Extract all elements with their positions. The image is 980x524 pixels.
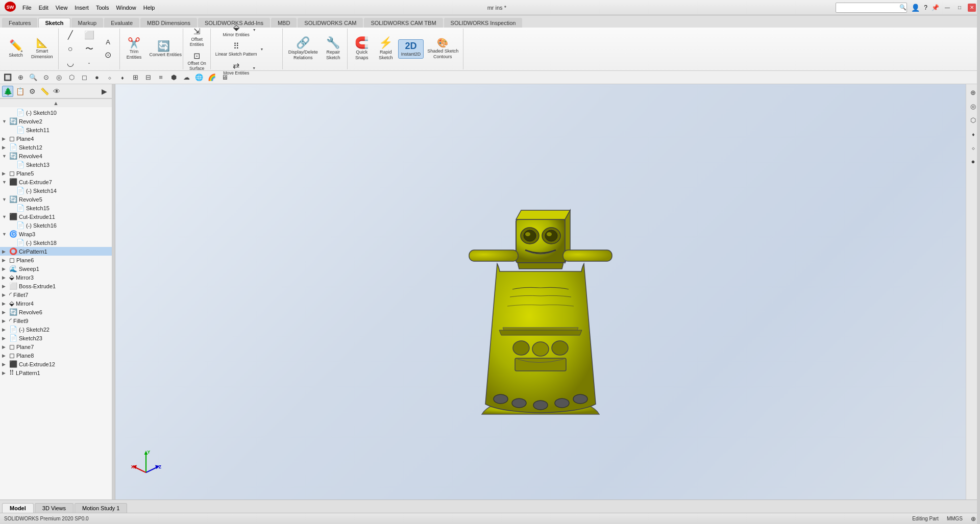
screen-button[interactable]: 🖥	[219, 72, 230, 83]
text-button[interactable]: A	[99, 37, 117, 48]
tab-markup[interactable]: Markup	[71, 18, 104, 28]
tree-item-plane4[interactable]: ▶ ◻ Plane4	[0, 134, 112, 143]
view2-button[interactable]: ⊙	[40, 72, 52, 83]
search-input[interactable]	[838, 5, 899, 10]
tree-item-revolve6[interactable]: ▶ 🔄 Revolve6	[0, 308, 112, 316]
menu-edit[interactable]: Edit	[36, 4, 52, 12]
tree-item-sketch23[interactable]: ▶ 📄 Sketch23	[0, 334, 112, 342]
viewport[interactable]: Y Z X	[115, 84, 966, 500]
move-dropdown[interactable]: ▼	[252, 66, 256, 70]
repair-sketch-button[interactable]: 🔧 RepairSketch	[322, 35, 345, 63]
titlebar-menu[interactable]: File Edit View Insert Tools Window Help	[19, 4, 158, 12]
tree-item-mirror3[interactable]: ▶ ⬙ Mirror3	[0, 273, 112, 282]
rapid-sketch-button[interactable]: ⚡ RapidSketch	[374, 35, 398, 63]
tree-item-cirpattern1[interactable]: ▶ ⭕ CirPattern1	[0, 247, 112, 256]
help-icon[interactable]: ?	[924, 4, 927, 11]
tree-item-cut-extrude7[interactable]: ▼ ⬛ Cut-Extrude7	[0, 178, 112, 186]
view10-button[interactable]: ⊟	[142, 72, 154, 83]
trim-entities-button[interactable]: ✂️ TrimEntities	[122, 36, 146, 62]
tree-item-sketch18[interactable]: 📄 (-) Sketch18	[0, 238, 112, 247]
menu-window[interactable]: Window	[113, 4, 139, 12]
config-manager-icon[interactable]: ⚙	[27, 86, 38, 97]
tree-item-sketch14[interactable]: 📄 (-) Sketch14	[0, 186, 112, 195]
spline-button[interactable]: 〜	[80, 42, 99, 55]
tab-motion-study[interactable]: Motion Study 1	[75, 503, 127, 513]
arc-button[interactable]: ◡	[61, 57, 80, 69]
circle-button[interactable]: ○	[61, 42, 80, 55]
minimize-button[interactable]: —	[943, 4, 951, 12]
tree-item-plane6[interactable]: ▶ ◻ Plane6	[0, 256, 112, 264]
menu-tools[interactable]: Tools	[93, 4, 112, 12]
tree-item-revolve2[interactable]: ▼ 🔄 Revolve2	[0, 117, 112, 126]
tree-item-cut-extrude12[interactable]: ▶ ⬛ Cut-Extrude12	[0, 360, 112, 368]
tree-item-plane5[interactable]: ▶ ◻ Plane5	[0, 169, 112, 178]
tree-item-mirror4[interactable]: ▶ ⬙ Mirror4	[0, 299, 112, 308]
tab-evaluate[interactable]: Evaluate	[104, 18, 139, 28]
mirror-entities-button[interactable]: ⬙ Mirror Entities	[220, 21, 251, 39]
tab-solidworks-cam-tbm[interactable]: SOLIDWORKS CAM TBM	[364, 18, 443, 28]
tree-item-sketch15[interactable]: 📄 Sketch15	[0, 204, 112, 212]
construction-button[interactable]: ⊙	[99, 48, 117, 61]
linear-pattern-dropdown[interactable]: ▼	[260, 47, 264, 51]
tree-scroll-up[interactable]: ▲	[0, 98, 112, 107]
menu-help[interactable]: Help	[140, 4, 158, 12]
smart-dimension-button[interactable]: 📐 SmartDimension	[28, 36, 56, 62]
menu-file[interactable]: File	[19, 4, 35, 12]
sketch-button[interactable]: ✏️ Sketch	[4, 38, 28, 60]
color-button[interactable]: 🌈	[206, 72, 217, 83]
expand-icon[interactable]: ▶	[99, 86, 110, 97]
display-relations-button[interactable]: 🔗 Display/DeleteRelations	[285, 35, 321, 63]
maximize-button[interactable]: □	[955, 4, 964, 12]
tab-mbd[interactable]: MBD	[271, 18, 297, 28]
property-manager-icon[interactable]: 📋	[14, 86, 26, 97]
mirror-dropdown-arrow[interactable]: ▼	[253, 28, 256, 32]
linear-pattern-button[interactable]: ⠿ Linear Sketch Pattern	[213, 40, 259, 58]
quick-snaps-button[interactable]: 🧲 QuickSnaps	[350, 35, 374, 63]
tree-item-sketch10[interactable]: 📄 (-) Sketch10	[0, 108, 112, 117]
tree-item-plane7[interactable]: ▶ ◻ Plane7	[0, 342, 112, 351]
tab-sketch[interactable]: Sketch	[38, 18, 70, 28]
tree-item-fillet9[interactable]: ▶ ◜ Fillet9	[0, 316, 112, 325]
tree-item-wrap3[interactable]: ▼ 🌀 Wrap3	[0, 230, 112, 238]
view9-button[interactable]: ⊞	[130, 72, 141, 83]
tab-solidworks-cam[interactable]: SOLIDWORKS CAM	[298, 18, 363, 28]
rect-button[interactable]: ⬜	[80, 29, 99, 41]
instant2d-button[interactable]: 2D Instant2D	[398, 39, 424, 59]
offset-entities-button[interactable]: ⇲ OffsetEntities	[188, 25, 206, 48]
tree-item-revolve5[interactable]: ▼ 🔄 Revolve5	[0, 195, 112, 204]
view13-button[interactable]: ☁	[181, 72, 192, 83]
tree-item-boss-extrude1[interactable]: ▶ ⬜ Boss-Extrude1	[0, 282, 112, 290]
tree-item-revolve4[interactable]: ▼ 🔄 Revolve4	[0, 152, 112, 160]
filter-button[interactable]: 🔲	[2, 72, 13, 83]
tree-item-sketch22[interactable]: ▶ 📄 (-) Sketch22	[0, 325, 112, 334]
display-manager-icon[interactable]: 👁	[51, 86, 62, 97]
point-button[interactable]: ·	[80, 57, 99, 69]
convert-entities-button[interactable]: 🔄 Convert Entities	[146, 39, 181, 60]
view3-button[interactable]: ◎	[53, 72, 64, 83]
tree-item-sketch13[interactable]: 📄 Sketch13	[0, 160, 112, 169]
menu-view[interactable]: View	[53, 4, 71, 12]
tree-item-sketch11[interactable]: 📄 Sketch11	[0, 126, 112, 134]
filter2-button[interactable]: ⊕	[15, 72, 26, 83]
tab-model[interactable]: Model	[2, 503, 34, 513]
feature-tree-icon[interactable]: 🌲	[2, 86, 13, 97]
view7-button[interactable]: ⬦	[104, 72, 115, 83]
view14-button[interactable]: 🌐	[193, 72, 205, 83]
search-box[interactable]: 🔍	[836, 3, 907, 13]
pin-icon[interactable]: 📌	[932, 4, 939, 11]
tab-3dviews[interactable]: 3D Views	[35, 503, 74, 513]
tree-item-sketch16[interactable]: 📄 (-) Sketch16	[0, 221, 112, 230]
tree-item-cut-extrude11[interactable]: ▼ ⬛ Cut-Extrude11	[0, 212, 112, 221]
view8-button[interactable]: ⬧	[117, 72, 128, 83]
view5-button[interactable]: ◻	[79, 72, 90, 83]
tab-solidworks-inspection[interactable]: SOLIDWORKS Inspection	[444, 18, 523, 28]
menu-insert[interactable]: Insert	[71, 4, 92, 12]
close-button[interactable]: ✕	[968, 4, 976, 12]
tree-item-fillet7[interactable]: ▶ ◜ Fillet7	[0, 290, 112, 299]
view4-button[interactable]: ⬡	[66, 72, 77, 83]
line-button[interactable]: ╱	[61, 29, 80, 41]
tree-item-lpattern1[interactable]: ▶ ⠿ LPattern1	[0, 368, 112, 377]
view12-button[interactable]: ⬢	[168, 72, 179, 83]
view6-button[interactable]: ●	[91, 72, 103, 83]
offset-on-surface-button[interactable]: ⊡ Offset OnSurface	[186, 49, 208, 73]
